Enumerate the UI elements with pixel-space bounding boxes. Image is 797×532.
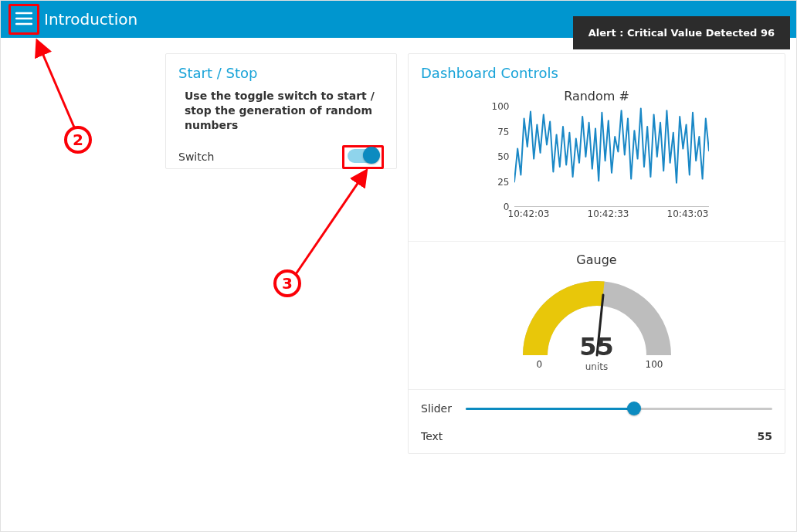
slider-label: Slider (421, 402, 466, 415)
slider[interactable] (466, 401, 772, 416)
page-title: Introduction (44, 10, 137, 29)
gauge-max: 100 (646, 359, 663, 370)
chart-title: Random # (421, 89, 772, 103)
x-axis-ticks: 10:42:03 10:42:33 10:43:03 (485, 208, 709, 219)
text-value: 55 (758, 430, 772, 442)
x-tick: 10:43:03 (667, 208, 709, 219)
menu-button[interactable] (11, 6, 37, 32)
start-stop-card: Start / Stop Use the toggle switch to st… (165, 53, 397, 169)
card-title: Dashboard Controls (421, 65, 772, 81)
annotation-arrow-3 (291, 164, 376, 280)
instruction-text: Use the toggle switch to start / stop th… (185, 89, 384, 133)
alert-toast[interactable]: Alert : Critical Value Detected 96 (573, 16, 790, 49)
annotation-circle-3: 3 (273, 269, 301, 297)
annotation-circle-2: 2 (64, 126, 92, 154)
svg-line-3 (296, 172, 365, 274)
generator-switch[interactable] (348, 149, 378, 163)
hamburger-icon (15, 12, 32, 28)
y-tick: 50 (497, 151, 509, 162)
slider-knob[interactable] (627, 402, 641, 415)
switch-knob (363, 147, 380, 164)
y-axis-ticks: 100 75 50 25 0 (485, 107, 511, 207)
svg-line-2 (38, 42, 75, 129)
callout-box-2 (8, 4, 39, 35)
slider-fill (466, 408, 634, 410)
y-tick: 75 (497, 127, 509, 137)
y-tick: 25 (497, 177, 509, 188)
x-tick: 10:42:03 (508, 208, 550, 219)
text-label: Text (421, 430, 443, 442)
random-chart: 100 75 50 25 0 10:42:03 10:42:33 10:43:0… (485, 107, 709, 230)
gauge-value: 55 (520, 332, 674, 361)
chart-svg (514, 107, 709, 207)
card-title: Start / Stop (178, 65, 384, 81)
dashboard-controls-card: Dashboard Controls Random # 100 75 50 25… (408, 53, 785, 454)
slider-row: Slider (421, 401, 772, 416)
gauge: 55 units 0 100 (520, 270, 674, 378)
annotation-arrow-2 (32, 36, 86, 137)
text-row: Text 55 (421, 430, 772, 442)
gauge-title: Gauge (421, 252, 772, 267)
divider (409, 241, 785, 242)
divider (409, 389, 785, 390)
switch-label: Switch (178, 151, 214, 163)
x-tick: 10:42:33 (588, 208, 629, 219)
y-tick: 100 (492, 101, 510, 112)
gauge-min: 0 (537, 359, 543, 370)
